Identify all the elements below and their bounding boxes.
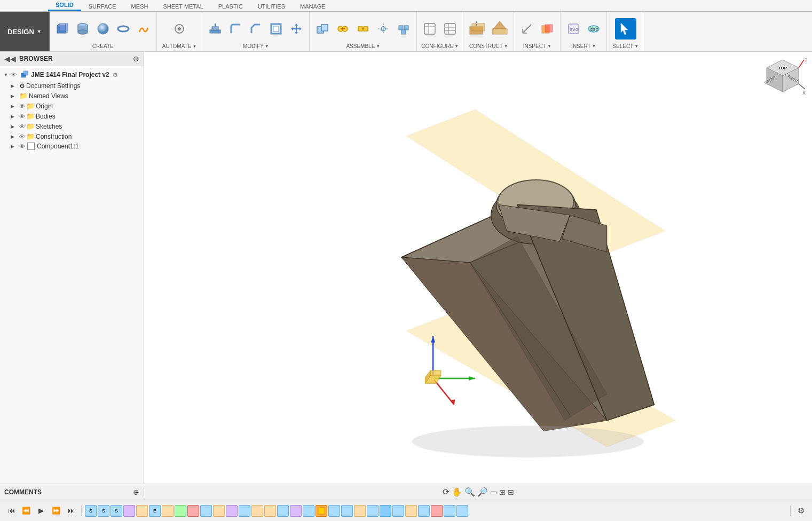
eye-origin-icon[interactable]: 👁 <box>19 103 25 109</box>
configure-label[interactable]: CONFIGURE▼ <box>421 43 459 49</box>
timeline-item[interactable] <box>367 505 379 517</box>
tree-bodies[interactable]: ▶ 👁 📁 Bodies <box>0 111 144 121</box>
pan-tool[interactable]: ✋ <box>452 487 462 497</box>
doc-toggle[interactable]: ▶ <box>11 83 18 89</box>
timeline-item[interactable] <box>213 505 225 517</box>
tab-plastic[interactable]: PLASTIC <box>211 2 250 11</box>
timeline-item[interactable] <box>200 505 212 517</box>
grid-tool[interactable]: ⊞ <box>499 488 506 496</box>
orbit-tool[interactable]: ⟳ <box>443 487 450 497</box>
create-label[interactable]: CREATE <box>92 43 114 49</box>
tree-root-item[interactable]: ▼ 👁 JME 1414 Final Project v2 ⚙ <box>0 68 144 81</box>
angle-plane-tool[interactable] <box>489 18 510 40</box>
tab-sheet-metal[interactable]: SHEET METAL <box>155 2 210 11</box>
tree-origin[interactable]: ▶ 👁 📁 Origin <box>0 101 144 111</box>
move-tool[interactable] <box>287 19 306 38</box>
timeline-item[interactable]: E <box>149 505 161 517</box>
tree-component1[interactable]: ▶ 👁 Component1:1 <box>0 141 144 151</box>
create-coil-tool[interactable] <box>134 19 153 38</box>
bodies-toggle[interactable]: ▶ <box>11 114 18 119</box>
create-box-tool[interactable] <box>53 19 72 38</box>
tab-mesh[interactable]: MESH <box>124 2 156 11</box>
new-component-tool[interactable] <box>313 19 332 38</box>
tab-surface[interactable]: SURFACE <box>81 2 124 11</box>
eye-bodies-icon[interactable]: 👁 <box>19 113 25 120</box>
as-built-joint-tool[interactable] <box>353 19 373 38</box>
timeline-step-back-button[interactable]: ⏪ <box>19 504 33 518</box>
timeline-item[interactable] <box>303 505 314 517</box>
viewport[interactable]: TOP FRONT RIGHT Z X <box>144 52 812 484</box>
timeline-item[interactable] <box>251 505 263 517</box>
view-cube[interactable]: TOP FRONT RIGHT Z X <box>759 57 807 105</box>
timeline-item[interactable] <box>341 505 353 517</box>
timeline-item[interactable] <box>226 505 238 517</box>
create-cylinder-tool[interactable] <box>73 19 92 38</box>
browser-expand-icon[interactable]: ⊕ <box>133 54 139 63</box>
insert-label[interactable]: INSERT▼ <box>571 43 596 49</box>
modify-label[interactable]: MODIFY▼ <box>243 43 269 49</box>
timeline-item[interactable] <box>380 505 391 517</box>
timeline-item[interactable]: S <box>85 505 97 517</box>
timeline-item[interactable] <box>175 505 186 517</box>
timeline-item[interactable] <box>431 505 443 517</box>
insert-svg-tool[interactable]: SVG <box>564 19 583 38</box>
tab-utilities[interactable]: UTILITIES <box>250 2 293 11</box>
automate-label[interactable]: AUTOMATE▼ <box>162 43 197 49</box>
design-button[interactable]: DESIGN ▼ <box>0 12 50 51</box>
timeline-play-button[interactable]: ▶ <box>34 504 48 518</box>
select-tool[interactable] <box>615 18 636 40</box>
press-pull-tool[interactable] <box>206 19 225 38</box>
rigid-group-tool[interactable] <box>394 19 413 38</box>
timeline-item[interactable] <box>456 505 468 517</box>
timeline-item[interactable] <box>264 505 276 517</box>
timeline-item[interactable] <box>162 505 174 517</box>
zoom-tool[interactable]: 🔍 <box>464 487 475 497</box>
eye-sketches-icon[interactable]: 👁 <box>19 123 25 130</box>
tree-construction[interactable]: ▶ 👁 📁 Construction <box>0 131 144 141</box>
sketches-toggle[interactable]: ▶ <box>11 124 18 129</box>
timeline-item[interactable] <box>277 505 289 517</box>
configure-table-tool[interactable] <box>440 19 460 38</box>
browser-back-icon[interactable]: ◀◀ <box>4 54 16 63</box>
timeline-item[interactable] <box>187 505 199 517</box>
construct-label[interactable]: CONSTRUCT▼ <box>469 43 508 49</box>
construction-toggle[interactable]: ▶ <box>11 134 18 139</box>
tab-manage[interactable]: MANAGE <box>293 2 333 11</box>
timeline-step-forward-button[interactable]: ⏩ <box>49 504 63 518</box>
timeline-item[interactable] <box>136 505 148 517</box>
shell-tool[interactable] <box>266 19 286 38</box>
measure-tool[interactable] <box>517 19 537 38</box>
component1-toggle[interactable]: ▶ <box>11 144 18 149</box>
zoom-window-tool[interactable]: 🔎 <box>477 487 488 497</box>
display-mode-tool[interactable]: ▭ <box>490 488 497 496</box>
origin-toggle[interactable]: ▶ <box>11 104 18 109</box>
inspect-label[interactable]: INSPECT▼ <box>523 43 551 49</box>
automate-tool[interactable] <box>170 19 189 38</box>
timeline-item[interactable] <box>418 505 430 517</box>
interference-tool[interactable] <box>538 19 557 38</box>
timeline-item[interactable] <box>392 505 404 517</box>
timeline-item[interactable] <box>239 505 250 517</box>
tab-solid[interactable]: SOLID <box>48 0 81 11</box>
assemble-label[interactable]: ASSEMBLE▼ <box>346 43 380 49</box>
fillet-tool[interactable] <box>226 19 245 38</box>
timeline-item[interactable]: S <box>111 505 122 517</box>
root-collapse-icon[interactable]: ▼ <box>2 71 10 78</box>
create-sphere-tool[interactable] <box>93 19 113 38</box>
timeline-item[interactable] <box>354 505 366 517</box>
root-eye-icon[interactable]: 👁 <box>11 72 19 78</box>
timeline-item[interactable] <box>405 505 417 517</box>
chamfer-tool[interactable] <box>246 19 265 38</box>
tree-named-views[interactable]: ▶ 📁 Named Views <box>0 91 144 101</box>
timeline-item[interactable] <box>290 505 302 517</box>
joint-origin-tool[interactable] <box>374 19 393 38</box>
timeline-rewind-button[interactable]: ⏮ <box>4 504 18 518</box>
eye-component1-icon[interactable]: 👁 <box>19 143 25 149</box>
timeline-item[interactable] <box>444 505 455 517</box>
named-views-toggle[interactable]: ▶ <box>11 93 18 99</box>
configure-model-tool[interactable] <box>420 19 439 38</box>
snap-tool[interactable]: ⊟ <box>508 488 514 496</box>
tree-doc-settings[interactable]: ▶ ⚙ Document Settings <box>0 81 144 91</box>
tree-sketches[interactable]: ▶ 👁 📁 Sketches <box>0 121 144 131</box>
root-settings-icon[interactable]: ⚙ <box>113 72 118 78</box>
